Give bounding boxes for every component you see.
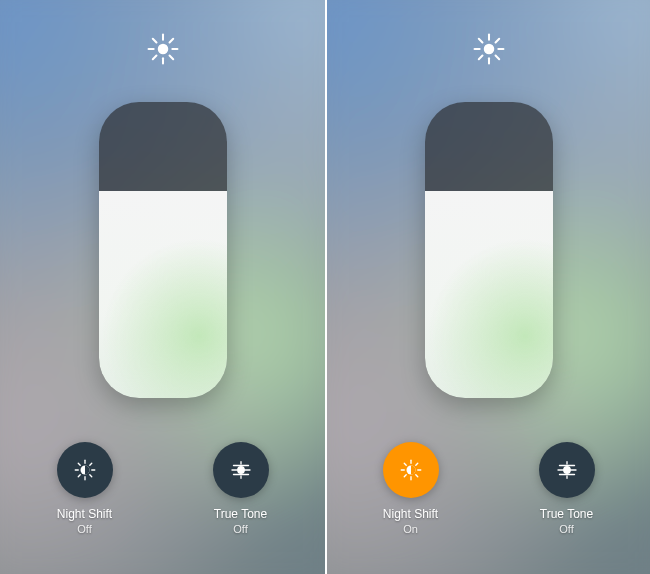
brightness-slider-fill [99, 191, 227, 398]
svg-line-14 [78, 463, 80, 465]
true-tone-icon [539, 442, 595, 498]
svg-line-16 [89, 463, 91, 465]
panel-content: Night Shift Off [0, 0, 325, 574]
svg-line-41 [404, 475, 406, 477]
brightness-slider-fill [425, 191, 553, 398]
night-shift-state: Off [57, 522, 112, 537]
night-shift-icon [57, 442, 113, 498]
brightness-slider[interactable] [99, 102, 227, 398]
svg-line-15 [89, 475, 91, 477]
true-tone-title: True Tone [540, 506, 593, 522]
night-shift-label: Night Shift On [383, 506, 438, 537]
svg-point-21 [237, 466, 245, 474]
svg-line-38 [404, 463, 406, 465]
night-shift-toggle[interactable]: Night Shift On [361, 442, 461, 537]
svg-line-17 [78, 475, 80, 477]
true-tone-toggle[interactable]: True Tone Off [517, 442, 617, 537]
svg-line-29 [478, 39, 482, 43]
true-tone-label: True Tone Off [540, 506, 593, 537]
true-tone-icon [213, 442, 269, 498]
svg-line-30 [495, 56, 499, 60]
true-tone-label: True Tone Off [214, 506, 267, 537]
brightness-slider[interactable] [425, 102, 553, 398]
svg-line-5 [152, 39, 156, 43]
toggle-row: Night Shift Off [0, 442, 325, 537]
comparison-stage: Night Shift Off [0, 0, 650, 574]
night-shift-label: Night Shift Off [57, 506, 112, 537]
brightness-icon [146, 32, 180, 66]
true-tone-state: Off [214, 522, 267, 537]
night-shift-toggle[interactable]: Night Shift Off [35, 442, 135, 537]
svg-point-24 [483, 44, 494, 55]
brightness-control-panel: Night Shift Off [0, 0, 325, 574]
night-shift-title: Night Shift [57, 506, 112, 522]
svg-line-7 [169, 39, 173, 43]
svg-line-31 [495, 39, 499, 43]
svg-line-8 [152, 56, 156, 60]
true-tone-toggle[interactable]: True Tone Off [191, 442, 291, 537]
night-shift-state: On [383, 522, 438, 537]
toggle-row: Night Shift On [327, 442, 650, 537]
brightness-control-panel: Night Shift On [325, 0, 650, 574]
svg-point-0 [157, 44, 168, 55]
true-tone-title: True Tone [214, 506, 267, 522]
brightness-icon [472, 32, 506, 66]
true-tone-state: Off [540, 522, 593, 537]
panel-content: Night Shift On [327, 0, 650, 574]
svg-line-6 [169, 56, 173, 60]
svg-line-32 [478, 56, 482, 60]
night-shift-icon [383, 442, 439, 498]
svg-line-39 [415, 475, 417, 477]
svg-line-40 [415, 463, 417, 465]
svg-point-45 [563, 466, 571, 474]
night-shift-title: Night Shift [383, 506, 438, 522]
